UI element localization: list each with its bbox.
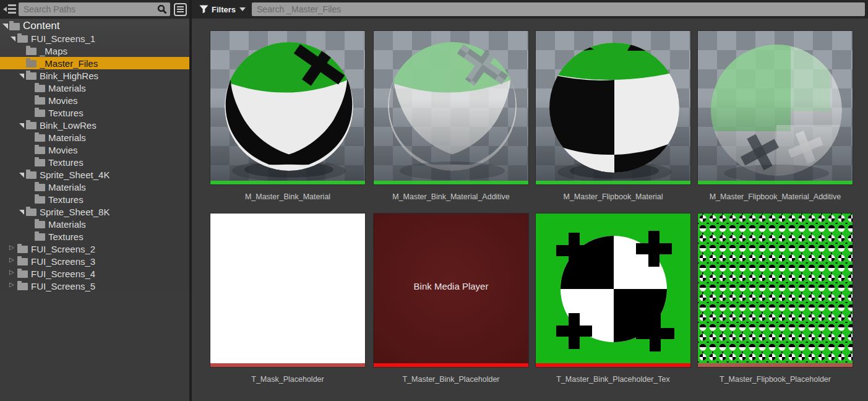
search-assets-input[interactable]: [252, 2, 865, 16]
tree-item-materials[interactable]: Materials: [0, 82, 189, 94]
asset-tile[interactable]: T_Master_Bink_Placeholder_Tex: [536, 213, 690, 384]
asset-tile[interactable]: T_Master_Flipbook_Placeholder: [698, 213, 853, 384]
expand-arrow-icon[interactable]: [18, 72, 26, 80]
folder-icon: [26, 171, 37, 179]
asset-tile[interactable]: M_Master_Bink_Material: [210, 31, 365, 201]
asset-name: T_Mask_Placeholder: [210, 375, 365, 384]
collapsed-arrow-icon[interactable]: [9, 270, 17, 278]
folder-icon: [26, 122, 37, 129]
tree-item-fui-screens-3[interactable]: FUI_Screens_3: [0, 255, 189, 267]
asset-name: T_Master_Bink_Placeholder_Tex: [536, 375, 690, 384]
asset-type-color-strip: [210, 181, 365, 184]
asset-tile[interactable]: T_Mask_Placeholder: [210, 213, 365, 384]
expand-arrow-icon[interactable]: [18, 121, 26, 129]
tree-item-textures[interactable]: Textures: [0, 106, 189, 119]
texture-thumbnail: [698, 213, 853, 367]
tree-item-materials[interactable]: Materials: [0, 218, 189, 230]
collapsed-arrow-icon[interactable]: [9, 245, 17, 253]
collapse-sources-icon[interactable]: [3, 3, 17, 15]
asset-toolbar: Filters: [192, 0, 868, 19]
asset-type-color-strip: [374, 181, 528, 184]
material-sphere-thumbnail: [210, 31, 365, 184]
folder-icon: [35, 85, 45, 92]
chevron-down-icon: [239, 7, 246, 11]
asset-name: M_Master_Flipbook_Material_Additive: [698, 192, 853, 201]
folder-icon: [26, 209, 37, 216]
tree-item-sprite-sheet-4k[interactable]: Sprite_Sheet_4K: [0, 168, 189, 181]
view-options-icon[interactable]: [174, 3, 187, 16]
folder-icon: [35, 196, 45, 204]
asset-tile[interactable]: Bink Media Player T_Master_Bink_Placehol…: [374, 213, 528, 384]
tree-item-maps[interactable]: _Maps: [0, 45, 189, 57]
asset-name: M_Master_Flipbook_Material: [536, 192, 690, 201]
search-assets-box: [252, 2, 865, 16]
folder-icon: [17, 246, 28, 253]
asset-type-color-strip: [698, 363, 853, 367]
tree-item-textures[interactable]: Textures: [0, 156, 189, 168]
tree-item-content[interactable]: Content: [0, 19, 189, 32]
tree-item-movies[interactable]: Movies: [0, 94, 189, 106]
folder-icon: [35, 233, 45, 241]
expand-arrow-icon[interactable]: [1, 22, 9, 30]
tree-item-fui-screens-2[interactable]: FUI_Screens_2: [0, 243, 189, 255]
material-sphere-thumbnail: [536, 31, 690, 184]
left-arrow-icon: [3, 7, 7, 12]
texture-thumbnail: [536, 213, 690, 367]
tree-item-textures[interactable]: Textures: [0, 230, 189, 243]
folder-icon: [26, 60, 37, 67]
texture-thumbnail: Bink Media Player: [374, 213, 528, 367]
asset-name: M_Master_Bink_Material: [210, 192, 365, 201]
tree-item-sprite-sheet-8k[interactable]: Sprite_Sheet_8K: [0, 205, 189, 218]
folder-icon: [9, 23, 20, 30]
folder-icon: [17, 283, 28, 290]
tree-item-bink-highres[interactable]: Bink_HighRes: [0, 69, 189, 82]
tree-item-materials[interactable]: Materials: [0, 131, 189, 144]
material-sphere-thumbnail: [374, 31, 528, 184]
folder-icon: [35, 134, 45, 142]
tree-item-bink-lowres[interactable]: Bink_LowRes: [0, 119, 189, 131]
folder-icon: [26, 72, 37, 80]
tree-item-materials[interactable]: Materials: [0, 181, 189, 193]
folder-icon: [17, 258, 28, 265]
asset-type-color-strip: [536, 181, 690, 184]
search-paths-input[interactable]: [19, 2, 170, 16]
expand-arrow-icon[interactable]: [18, 171, 26, 179]
texture-thumbnail: [210, 213, 365, 367]
tree-item-master-files[interactable]: _Master_Files: [0, 57, 189, 69]
folder-icon: [35, 110, 45, 117]
asset-name: T_Master_Flipbook_Placeholder: [698, 375, 853, 384]
material-sphere-thumbnail: [698, 31, 853, 184]
folder-icon: [17, 270, 28, 278]
asset-name: M_Master_Bink_Material_Additive: [374, 192, 528, 201]
folder-tree: Content FUI_Screens_1 _Maps _Master_File…: [0, 19, 189, 292]
expand-arrow-icon[interactable]: [9, 35, 17, 43]
collapsed-arrow-icon[interactable]: [9, 257, 17, 265]
thumbnail-overlay-text: Bink Media Player: [374, 281, 528, 291]
sources-toolbar: [0, 0, 189, 19]
asset-tile[interactable]: M_Master_Flipbook_Material: [536, 31, 690, 201]
asset-type-color-strip: [698, 181, 853, 184]
folder-icon: [35, 97, 45, 105]
tree-item-fui-screens-4[interactable]: FUI_Screens_4: [0, 267, 189, 280]
folder-icon: [35, 159, 45, 166]
filter-funnel-icon: [199, 5, 208, 14]
tree-item-fui-screens-1[interactable]: FUI_Screens_1: [0, 32, 189, 45]
folder-icon: [35, 184, 45, 191]
sources-panel: Content FUI_Screens_1 _Maps _Master_File…: [0, 0, 189, 401]
expand-arrow-icon[interactable]: [18, 208, 26, 216]
asset-tile[interactable]: M_Master_Flipbook_Material_Additive: [698, 31, 853, 201]
folder-icon: [17, 35, 28, 43]
asset-view-panel: Filters: [192, 0, 868, 401]
asset-type-color-strip: [536, 363, 690, 367]
tree-item-movies[interactable]: Movies: [0, 144, 189, 156]
collapsed-arrow-icon[interactable]: [9, 282, 17, 290]
filters-button[interactable]: Filters: [199, 5, 246, 14]
asset-tile[interactable]: M_Master_Bink_Material_Additive: [374, 31, 528, 201]
folder-icon: [35, 221, 45, 228]
folder-icon: [26, 48, 37, 55]
folder-icon: [35, 147, 45, 154]
tree-item-fui-screens-5[interactable]: FUI_Screens_5: [0, 280, 189, 292]
tree-item-textures[interactable]: Textures: [0, 193, 189, 205]
asset-type-color-strip: [374, 363, 528, 367]
asset-name: T_Master_Bink_Placeholder: [374, 375, 528, 384]
